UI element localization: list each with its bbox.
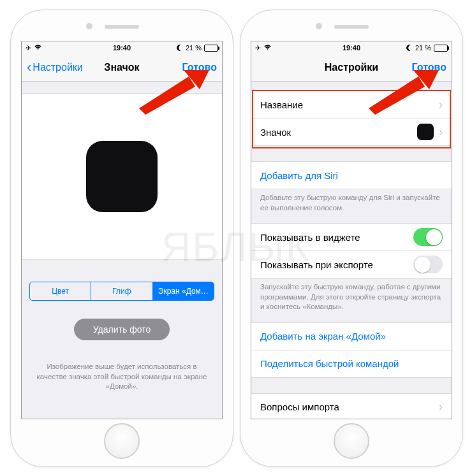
row-share[interactable]: Поделиться быстрой командой	[251, 350, 452, 377]
row-show-widget: Показывать в виджете	[251, 224, 452, 250]
row-show-export: Показывать при экспорте	[251, 250, 452, 278]
row-add-home[interactable]: Добавить на экран «Домой»	[251, 323, 452, 350]
phone-frame-left: ✈︎ 19:40 21 % ‹ Настройки Значок	[10, 10, 233, 467]
footer-description: Изображение выше будет использоваться в …	[32, 362, 212, 392]
icon-preview-area	[22, 93, 222, 260]
done-button[interactable]: Готово	[182, 62, 217, 73]
row-label: Вопросы импорта	[260, 401, 434, 412]
airplane-icon: ✈︎	[26, 44, 31, 52]
annotation-highlight-icon	[252, 90, 451, 148]
back-button[interactable]: ‹ Настройки	[27, 62, 83, 73]
page-title: Значок	[104, 62, 139, 73]
status-time: 19:40	[113, 44, 131, 52]
wifi-icon	[263, 44, 272, 52]
dnd-moon-icon	[176, 44, 184, 52]
row-label: Добавить на экран «Домой»	[260, 331, 443, 342]
segment-color[interactable]: Цвет	[30, 282, 91, 300]
battery-percent: 21 %	[186, 44, 202, 52]
nav-bar: Настройки Готово	[251, 54, 452, 82]
content-left: Цвет Глиф Экран «Дом… Удалить фото Изобр…	[22, 82, 222, 419]
dnd-moon-icon	[406, 44, 414, 52]
speaker-icon	[334, 25, 369, 29]
siri-footer: Добавьте эту быструю команду для Siri и …	[251, 189, 452, 213]
row-label: Показывать в виджете	[260, 232, 413, 243]
screen-right: ✈︎ 19:40 21 % Настройки Готово	[251, 41, 452, 419]
done-button[interactable]: Готово	[412, 62, 446, 73]
row-label: Поделиться быстрой командой	[260, 358, 443, 369]
speaker-icon	[105, 25, 139, 29]
segment-glyph[interactable]: Глиф	[91, 282, 152, 300]
group-import: Вопросы импорта ›	[251, 393, 452, 419]
segmented-control: Цвет Глиф Экран «Дом…	[29, 282, 214, 301]
phone-frame-right: ✈︎ 19:40 21 % Настройки Готово	[240, 10, 463, 467]
export-footer: Запускайте эту быструю команду, работая …	[251, 278, 452, 312]
group-share: Добавить на экран «Домой» Поделиться быс…	[251, 322, 452, 378]
status-time: 19:40	[343, 44, 360, 52]
group-display-options: Показывать в виджете Показывать при эксп…	[251, 223, 452, 278]
battery-percent: 21 %	[415, 44, 431, 52]
battery-icon	[204, 45, 218, 52]
front-camera-icon	[316, 23, 322, 29]
chevron-right-icon: ›	[439, 400, 443, 414]
shortcut-icon-preview[interactable]	[86, 141, 158, 212]
home-button[interactable]	[334, 423, 369, 459]
row-import-questions[interactable]: Вопросы импорта ›	[251, 394, 452, 419]
status-bar: ✈︎ 19:40 21 %	[251, 41, 452, 54]
delete-photo-button[interactable]: Удалить фото	[74, 319, 170, 340]
back-label: Настройки	[33, 62, 82, 73]
group-siri: Добавить для Siri	[251, 161, 452, 189]
row-add-siri[interactable]: Добавить для Siri	[251, 162, 452, 189]
content-right: Название › Значок › Добавить для Siri До…	[251, 82, 452, 419]
battery-icon	[434, 45, 448, 52]
wifi-icon	[34, 44, 42, 52]
status-bar: ✈︎ 19:40 21 %	[22, 41, 222, 54]
front-camera-icon	[86, 23, 92, 29]
screen-left: ✈︎ 19:40 21 % ‹ Настройки Значок	[21, 41, 223, 419]
nav-bar: ‹ Настройки Значок Готово	[22, 54, 222, 82]
page-title: Настройки	[325, 62, 378, 73]
toggle-show-widget[interactable]	[413, 228, 443, 246]
row-label: Показывать при экспорте	[260, 259, 413, 270]
airplane-icon: ✈︎	[255, 44, 261, 52]
toggle-show-export[interactable]	[413, 256, 443, 273]
row-label: Добавить для Siri	[260, 170, 443, 181]
segment-home[interactable]: Экран «Дом…	[153, 282, 214, 300]
home-button[interactable]	[104, 423, 140, 459]
